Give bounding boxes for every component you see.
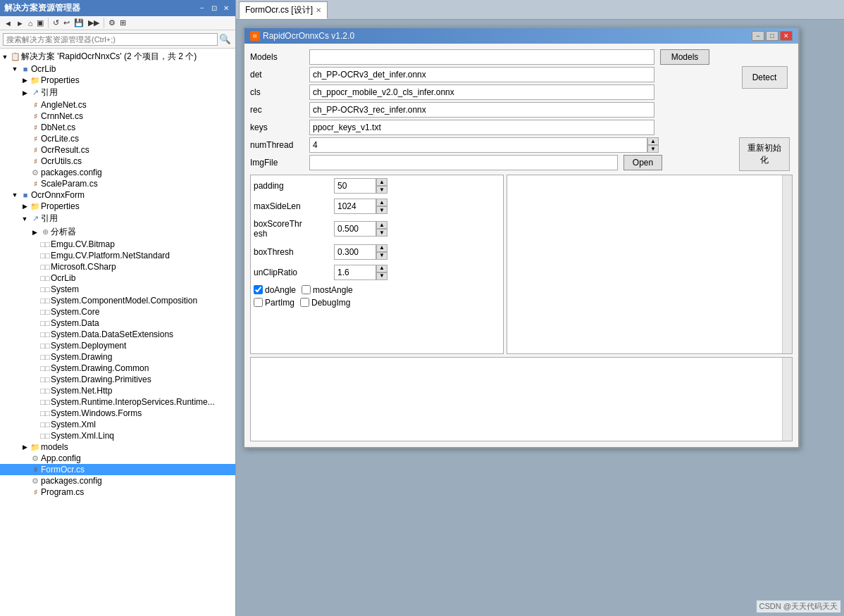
tree-item-ocrlib_ref[interactable]: □□ OcrLib — [0, 272, 235, 284]
tree-item-program[interactable]: ♯ Program.cs — [0, 486, 235, 498]
home-btn[interactable]: ⌂ — [27, 18, 35, 28]
back-btn[interactable]: ◄ — [3, 18, 13, 28]
tree-item-analyzer[interactable]: ▶ ⊕ 分析器 — [0, 225, 235, 239]
tree-item-microsoft_csharp[interactable]: □□ Microsoft.CSharp — [0, 261, 235, 272]
padding-down-btn[interactable]: ▼ — [376, 186, 387, 194]
stop-btn[interactable]: ▣ — [35, 18, 45, 28]
tree-item-properties2[interactable]: ▶ 📁 Properties — [0, 201, 235, 212]
models-button[interactable]: Models — [660, 49, 709, 65]
boxthresh-up-btn[interactable]: ▲ — [376, 244, 387, 252]
tree-item-packages1[interactable]: ⚙ packages.config — [0, 167, 235, 178]
item-icon-system_data: □□ — [39, 319, 51, 327]
numthread-up-btn[interactable]: ▲ — [647, 137, 659, 145]
tree-item-emgu_bitmap[interactable]: □□ Emgu.CV.Bitmap — [0, 239, 235, 250]
image-scrollbar[interactable] — [782, 175, 792, 353]
tree-item-scaleparam[interactable]: ♯ ScaleParam.cs — [0, 178, 235, 189]
minimize-btn[interactable]: − — [752, 31, 764, 41]
unclipratio-up-btn[interactable]: ▲ — [376, 265, 387, 272]
tree-item-dbnet[interactable]: ♯ DbNet.cs — [0, 122, 235, 133]
maxsidelen-up-btn[interactable]: ▲ — [376, 199, 387, 206]
tree-item-system_data[interactable]: □□ System.Data — [0, 318, 235, 329]
tree-item-ocrlite[interactable]: ♯ OcrLite.cs — [0, 133, 235, 144]
numthread-input[interactable] — [309, 137, 647, 153]
tree-item-formocr[interactable]: ♯ FormOcr.cs — [0, 464, 235, 475]
maximize-btn[interactable]: □ — [766, 31, 778, 41]
unclipratio-down-btn[interactable]: ▼ — [376, 272, 387, 280]
tree-item-system_xml[interactable]: □□ System.Xml — [0, 419, 235, 430]
rec-input[interactable] — [309, 102, 654, 118]
tree-item-system_xml_linq[interactable]: □□ System.Xml.Linq — [0, 430, 235, 441]
tree-item-packages2[interactable]: ⚙ packages.config — [0, 475, 235, 486]
models-input[interactable] — [309, 49, 654, 65]
tree-item-system_composition[interactable]: □□ System.ComponentModel.Composition — [0, 295, 235, 306]
pin-icon[interactable]: − — [197, 4, 207, 12]
boxthresh-down-btn[interactable]: ▼ — [376, 252, 387, 260]
partimg-checkbox[interactable] — [254, 298, 263, 307]
layout-btn[interactable]: ⊞ — [118, 18, 128, 28]
boxscorethresh-up-btn[interactable]: ▲ — [376, 221, 387, 229]
refresh-btn[interactable]: ↺ — [51, 18, 61, 28]
tree-item-emgu_platform[interactable]: □□ Emgu.CV.Platform.NetStandard — [0, 250, 235, 261]
unclipratio-input[interactable] — [334, 265, 376, 280]
tree-item-solution[interactable]: ▼ 📋 解决方案 'RapidOcrNnxCs' (2 个项目，共 2 个) — [0, 50, 235, 63]
padding-up-btn[interactable]: ▲ — [376, 178, 387, 186]
debug-btn[interactable]: ▶▶ — [87, 18, 101, 28]
tree-item-system_net_http[interactable]: □□ System.Net.Http — [0, 385, 235, 396]
detect-button[interactable]: Detect — [742, 66, 788, 89]
tab-close-btn[interactable]: ✕ — [316, 6, 321, 14]
boxthresh-input[interactable] — [334, 244, 376, 260]
tree-item-models[interactable]: ▶ 📁 models — [0, 441, 235, 453]
item-icon-system_drawing_common: □□ — [39, 364, 51, 372]
float-icon[interactable]: ⊡ — [209, 4, 219, 12]
boxscorethresh-input[interactable] — [334, 221, 376, 237]
item-label-system_net_http: System.Net.Http — [51, 386, 112, 396]
tree-item-ref2[interactable]: ▼ ↗ 引用 — [0, 212, 235, 225]
search-button[interactable]: 🔍 — [218, 32, 232, 46]
item-label-system_composition: System.ComponentModel.Composition — [51, 296, 197, 306]
mostangle-checkbox[interactable] — [302, 285, 311, 294]
settings-btn[interactable]: ⚙ — [107, 18, 117, 28]
form-close-btn[interactable]: ✕ — [780, 31, 793, 41]
undo-btn[interactable]: ↩ — [62, 18, 71, 28]
tree-item-anglenet[interactable]: ♯ AngleNet.cs — [0, 99, 235, 111]
result-scrollbar[interactable] — [782, 358, 792, 441]
open-button[interactable]: Open — [623, 155, 662, 170]
result-text-area[interactable] — [250, 357, 793, 441]
search-input[interactable] — [3, 33, 218, 46]
tree-item-ocronnxform[interactable]: ▼ ■ OcrOnnxForm — [0, 189, 235, 201]
tree-item-ocrutils[interactable]: ♯ OcrUtils.cs — [0, 156, 235, 167]
forward-btn[interactable]: ► — [15, 18, 25, 28]
tree-item-system[interactable]: □□ System — [0, 284, 235, 295]
tree-item-properties1[interactable]: ▶ 📁 Properties — [0, 75, 235, 86]
maxsidelen-input[interactable] — [334, 199, 376, 214]
boxscorethresh-down-btn[interactable]: ▼ — [376, 229, 387, 237]
tab-formocr-design[interactable]: FormOcr.cs [设计] ✕ — [239, 1, 328, 19]
tree-item-crnnnet[interactable]: ♯ CrnnNet.cs — [0, 111, 235, 122]
save-btn[interactable]: 💾 — [73, 18, 85, 28]
tree-item-ocrresult[interactable]: ♯ OcrResult.cs — [0, 144, 235, 156]
tree-item-system_drawing_prim[interactable]: □□ System.Drawing.Primitives — [0, 374, 235, 385]
item-icon-system: □□ — [39, 285, 51, 294]
debugimg-checkbox[interactable] — [300, 298, 309, 307]
tree-item-system_drawing_common[interactable]: □□ System.Drawing.Common — [0, 363, 235, 374]
tree-item-system_runtime_interop[interactable]: □□ System.Runtime.InteropServices.Runtim… — [0, 396, 235, 408]
tree-item-ocrlib[interactable]: ▼ ■ OcrLib — [0, 63, 235, 75]
numthread-down-btn[interactable]: ▼ — [647, 145, 659, 153]
padding-input[interactable] — [334, 178, 376, 194]
tree-item-ref1[interactable]: ▶ ↗ 引用 — [0, 86, 235, 99]
tree-item-app_config[interactable]: ⚙ App.config — [0, 453, 235, 464]
tree-item-system_drawing[interactable]: □□ System.Drawing — [0, 351, 235, 363]
det-input[interactable] — [309, 67, 654, 82]
item-icon-ocrlite: ♯ — [30, 134, 41, 144]
tree-item-system_data_ext[interactable]: □□ System.Data.DataSetExtensions — [0, 329, 235, 340]
maxsidelen-down-btn[interactable]: ▼ — [376, 206, 387, 214]
cls-input[interactable] — [309, 84, 654, 100]
tree-item-system_core[interactable]: □□ System.Core — [0, 306, 235, 318]
reinit-button[interactable]: 重新初始化 — [739, 137, 790, 171]
imgfile-input[interactable] — [309, 155, 618, 170]
tree-item-system_deployment[interactable]: □□ System.Deployment — [0, 340, 235, 351]
close-icon[interactable]: ✕ — [221, 4, 231, 12]
keys-input[interactable] — [309, 120, 654, 135]
tree-item-system_windows_forms[interactable]: □□ System.Windows.Forms — [0, 408, 235, 419]
doangle-checkbox[interactable] — [254, 285, 263, 294]
